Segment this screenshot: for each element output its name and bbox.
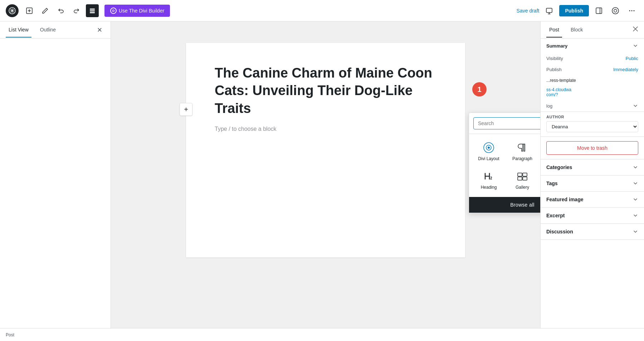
divi-settings-button[interactable] (609, 4, 622, 17)
block-item-paragraph[interactable]: Paragraph (506, 137, 539, 165)
categories-section[interactable]: Categories (541, 159, 644, 176)
tags-section[interactable]: Tags (541, 176, 644, 192)
divi-layout-icon (482, 141, 495, 154)
publish-button[interactable]: Publish (559, 5, 589, 16)
editor-area[interactable]: The Canine Charm of Maine Coon Cats: Unv… (111, 21, 540, 328)
list-view-tab[interactable]: List View (6, 23, 31, 38)
block-search-area (469, 113, 540, 134)
undo-button[interactable] (54, 4, 67, 17)
block-item-divi-layout[interactable]: Divi Layout (472, 137, 506, 165)
block-item-list[interactable]: List (539, 165, 540, 194)
svg-rect-19 (518, 173, 522, 176)
blog-row: log (541, 100, 644, 112)
post-status-label: Post (6, 332, 14, 337)
template-value[interactable]: ...ress-template (546, 78, 576, 83)
block-label-gallery: Gallery (516, 185, 529, 190)
save-draft-button[interactable]: Save draft (517, 8, 540, 14)
main-layout: List View Outline ✕ The Canine Charm of … (0, 21, 644, 328)
divi-circle-icon: D (110, 8, 117, 14)
right-sidebar-close-button[interactable] (633, 26, 638, 34)
svg-rect-2 (90, 9, 95, 10)
divi-builder-button[interactable]: D Use The Divi Builder (104, 5, 170, 17)
top-toolbar: D Use The Divi Builder Save draft Publis… (0, 0, 644, 21)
discussion-chevron-icon (633, 229, 638, 234)
trash-section: Move to trash (541, 137, 644, 159)
paragraph-icon (516, 141, 529, 154)
sidebar-tabs: List View Outline ✕ (0, 21, 111, 39)
block-placeholder[interactable]: Type / to choose a block (215, 126, 436, 132)
svg-rect-22 (523, 177, 527, 180)
block-label-divi-layout: Divi Layout (478, 156, 499, 161)
block-label-paragraph: Paragraph (512, 156, 532, 161)
excerpt-section[interactable]: Excerpt (541, 208, 644, 224)
sidebar-toggle-button[interactable] (592, 4, 605, 17)
tags-chevron-icon (633, 181, 638, 186)
template-row: ...ress-template (541, 75, 644, 86)
wp-logo[interactable] (6, 4, 19, 17)
sidebar-close-button[interactable]: ✕ (94, 25, 105, 35)
svg-point-15 (488, 147, 490, 149)
right-sidebar-tabs: Post Block (541, 21, 644, 39)
right-sidebar: Post Block Summary Visibility Public (540, 21, 644, 328)
block-picker-popup: Divi Layout Paragraph (469, 113, 540, 213)
summary-section-header[interactable]: Summary (541, 39, 644, 53)
editor-content: The Canine Charm of Maine Coon Cats: Unv… (186, 43, 465, 257)
publish-value[interactable]: Immediately (613, 67, 638, 72)
redo-button[interactable] (70, 4, 83, 17)
svg-point-8 (614, 9, 617, 12)
blog-chevron-icon (633, 103, 638, 109)
publish-row: Publish Immediately (541, 64, 644, 75)
block-search-input[interactable] (473, 117, 540, 129)
move-to-trash-button[interactable]: Move to trash (546, 141, 638, 155)
featured-image-chevron-icon (633, 197, 638, 202)
preview-button[interactable] (543, 4, 556, 17)
summary-chevron-icon (633, 43, 638, 49)
status-bar: Post (0, 328, 644, 341)
author-label: AUTHOR (546, 115, 638, 119)
block-item-heading[interactable]: 2 Heading (472, 165, 506, 194)
categories-chevron-icon (633, 164, 638, 170)
svg-point-11 (634, 10, 635, 11)
publish-label: Publish (546, 67, 562, 72)
more-options-button[interactable] (625, 4, 638, 17)
add-block-inline-button[interactable]: + (180, 103, 192, 116)
list-view-button[interactable] (86, 4, 99, 17)
visibility-label: Visibility (546, 56, 563, 61)
block-tab[interactable]: Block (568, 23, 586, 38)
svg-rect-21 (518, 177, 522, 180)
svg-rect-3 (90, 10, 95, 11)
heading-icon: 2 (482, 170, 495, 183)
summary-section: Summary Visibility Public Publish Immedi… (541, 39, 644, 112)
svg-text:2: 2 (490, 176, 492, 180)
discussion-section[interactable]: Discussion (541, 224, 644, 240)
author-area: AUTHOR Deanna (541, 112, 644, 137)
left-sidebar: List View Outline ✕ (0, 21, 111, 328)
excerpt-chevron-icon (633, 213, 638, 218)
author-section: AUTHOR Deanna (541, 112, 644, 137)
svg-rect-4 (90, 12, 95, 13)
edit-button[interactable] (39, 4, 52, 17)
svg-point-9 (629, 10, 630, 11)
svg-rect-5 (546, 8, 552, 13)
outline-tab[interactable]: Outline (37, 23, 59, 38)
step-badge-1: 1 (472, 82, 487, 97)
post-tab[interactable]: Post (546, 23, 562, 38)
block-item-gallery[interactable]: Gallery (506, 165, 539, 194)
svg-point-7 (612, 8, 619, 14)
featured-image-section[interactable]: Featured image (541, 192, 644, 208)
svg-point-10 (631, 10, 633, 11)
sidebar-content-area (0, 39, 111, 328)
visibility-row: Visibility Public (541, 53, 644, 64)
author-select[interactable]: Deanna (546, 121, 638, 132)
svg-rect-20 (523, 173, 527, 176)
visibility-value[interactable]: Public (626, 56, 638, 61)
summary-content: Visibility Public Publish Immediately ..… (541, 53, 644, 112)
block-label-heading: Heading (481, 185, 497, 190)
add-block-button[interactable] (23, 4, 36, 17)
block-item-image[interactable]: Image (539, 137, 540, 165)
post-title[interactable]: The Canine Charm of Maine Coon Cats: Unv… (215, 64, 436, 117)
url-text: ss-4.cloudwacom/? (541, 86, 644, 100)
svg-rect-6 (596, 8, 602, 14)
browse-all-button[interactable]: Browse all (469, 197, 540, 213)
gallery-icon (516, 170, 529, 183)
